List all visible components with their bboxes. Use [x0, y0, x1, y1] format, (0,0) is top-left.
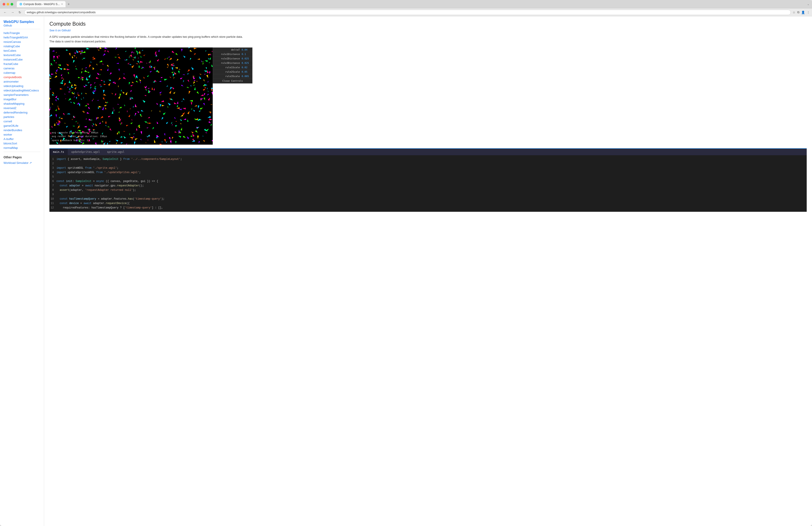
sidebar-item-resizeCanvas[interactable]: resizeCanvas: [3, 40, 40, 44]
code-line-5: 5: [49, 175, 807, 179]
control-value-rule3Scale[interactable]: 0.005: [242, 75, 250, 78]
control-row-rule2Distance: rule2Distance0.025: [213, 57, 252, 61]
sidebar-item-samplerParameters[interactable]: samplerParameters: [3, 93, 40, 97]
code-line-12: 12 requiredFeatures: hasTimestampQuery ?…: [49, 205, 807, 210]
spare-readback-stat: spare readback buffers: 2: [52, 139, 107, 142]
canvas-area: avg compute pass duration: 886µs avg ren…: [49, 47, 213, 145]
code-line-2: 2: [49, 161, 807, 166]
line-number: 10: [49, 197, 57, 201]
sidebar-nav: helloTrianglehelloTriangleMSAAresizeCanv…: [3, 31, 40, 150]
tab-title: Compute Boids - WebGPU S...: [24, 3, 60, 6]
control-label-rule3Scale: rule3Scale: [215, 75, 242, 78]
line-content: [57, 193, 807, 197]
sidebar-item-instancedCube[interactable]: instancedCube: [3, 57, 40, 61]
sidebar-item-computeBoids[interactable]: computeBoids: [3, 75, 40, 79]
sidebar-item-cubemap[interactable]: cubemap: [3, 71, 40, 75]
sidebar-item-A-buffer[interactable]: A-buffer: [3, 137, 40, 141]
line-content: const device = await adapter.requestDevi…: [57, 201, 807, 205]
compute-pass-stat: avg compute pass duration: 886µs: [52, 131, 107, 135]
render-pass-stat: avg render render pass duration: 190µs: [52, 134, 107, 139]
code-area: 1import { assert, makeSample, SampleInit…: [49, 155, 807, 212]
sidebar-item-videoUploading[interactable]: videoUploading: [3, 84, 40, 88]
sidebar-item-normalMap[interactable]: normalMap: [3, 146, 40, 150]
profile-icon[interactable]: 👤: [801, 11, 805, 14]
sidebar-item-rotatingCube[interactable]: rotatingCube: [3, 44, 40, 48]
github-link[interactable]: See it on Github!: [49, 29, 807, 32]
sidebar-item-fractalCube[interactable]: fractalCube: [3, 62, 40, 66]
sidebar-github-link[interactable]: Github: [3, 24, 40, 27]
line-content: const init: SampleInit = async ({ canvas…: [57, 179, 807, 183]
sidebar-item-cameras[interactable]: cameras: [3, 66, 40, 70]
line-number: 5: [49, 175, 57, 179]
sidebar-item-animometer[interactable]: animometer: [3, 80, 40, 84]
sidebar-item-deferredRendering[interactable]: deferredRendering: [3, 110, 40, 115]
sidebar-item-texturedCube[interactable]: texturedCube: [3, 53, 40, 57]
sidebar-item-twoCubes[interactable]: twoCubes: [3, 48, 40, 53]
code-tab-updateSprites-wgsl[interactable]: updateSprites.wgsl: [68, 148, 103, 155]
control-value-rule2Scale[interactable]: 0.05: [242, 70, 250, 73]
description: A GPU compute particle simulation that m…: [49, 35, 248, 44]
control-value-rule1Scale[interactable]: 0.02: [242, 66, 250, 69]
sidebar-item-particles[interactable]: particles: [3, 115, 40, 119]
other-page-item-Workload-Simulator-↗[interactable]: Workload Simulator ↗: [3, 161, 40, 165]
sidebar-item-reversedZ[interactable]: reversedZ: [3, 106, 40, 110]
extensions-icon[interactable]: ⧉: [797, 10, 799, 14]
code-line-7: 7 const adapter = await navigator.gpu.re…: [49, 184, 807, 188]
code-line-9: 9: [49, 192, 807, 197]
forward-button[interactable]: →: [10, 10, 15, 15]
sidebar-item-bitonicSort[interactable]: bitonicSort: [3, 141, 40, 145]
close-controls-button[interactable]: Close Controls: [213, 79, 252, 83]
control-label-rule2Scale: rule2Scale: [215, 70, 242, 73]
sidebar-title[interactable]: WebGPU Samples: [3, 20, 34, 24]
browser-titlebar: 🌐 Compute Boids - WebGPU S... ✕ + ⌄: [0, 0, 812, 9]
control-row-rule2Scale: rule2Scale0.05: [213, 70, 252, 74]
control-row-rule3Distance: rule3Distance0.025: [213, 61, 252, 65]
control-row-rule1Distance: rule1Distance0.1: [213, 52, 252, 57]
code-tabs: main.tsupdateSprites.wgslsprite.wgsl 1im…: [49, 148, 807, 212]
other-pages-nav: Workload Simulator ↗: [3, 161, 40, 165]
line-content: assert(adapter, 'requestAdapter returned…: [57, 188, 807, 192]
control-row-deltaT: deltaT0.04: [213, 48, 252, 52]
maximize-button[interactable]: [11, 3, 13, 5]
menu-icon[interactable]: ⋮: [807, 11, 810, 14]
tab-favicon: 🌐: [19, 3, 22, 5]
control-label-rule2Distance: rule2Distance: [215, 57, 242, 60]
main-area: Compute Boids See it on Github! A GPU co…: [44, 16, 812, 526]
bookmark-icon[interactable]: ☆: [793, 11, 795, 14]
sidebar-item-videoUploadingWebCodecs[interactable]: videoUploadingWebCodecs: [3, 88, 40, 93]
tab-bar: 🌐 Compute Boids - WebGPU S... ✕ +: [17, 1, 806, 7]
browser-toolbar: ← → ↻ webgpu.github.io/webgpu-samples/sa…: [0, 9, 812, 16]
back-button[interactable]: ←: [2, 10, 8, 15]
code-tab-main-ts[interactable]: main.ts: [49, 148, 68, 155]
sidebar-item-helloTriangle[interactable]: helloTriangle: [3, 31, 40, 35]
control-row-rule1Scale: rule1Scale0.02: [213, 65, 252, 70]
sidebar-item-worker[interactable]: worker: [3, 132, 40, 137]
boids-canvas: [49, 47, 213, 145]
minimize-button[interactable]: [6, 3, 9, 5]
line-number: 4: [49, 170, 57, 174]
address-bar[interactable]: webgpu.github.io/webgpu-samples/samples/…: [24, 10, 791, 15]
tab-close-icon[interactable]: ✕: [61, 3, 63, 5]
sidebar-item-cornell[interactable]: cornell: [3, 119, 40, 124]
control-value-deltaT[interactable]: 0.04: [242, 48, 250, 51]
control-value-rule1Distance[interactable]: 0.1: [242, 53, 250, 56]
browser-window: 🌐 Compute Boids - WebGPU S... ✕ + ⌄ ← → …: [0, 0, 812, 526]
canvas-stats: avg compute pass duration: 886µs avg ren…: [52, 131, 107, 142]
sidebar-item-renderBundles[interactable]: renderBundles: [3, 128, 40, 132]
other-pages-title: Other Pages: [3, 155, 40, 159]
control-value-rule3Distance[interactable]: 0.025: [242, 61, 250, 65]
line-content: import spriteWGSL from './sprite.wgsl';: [57, 166, 807, 170]
reload-button[interactable]: ↻: [17, 10, 23, 15]
control-value-rule2Distance[interactable]: 0.025: [242, 57, 250, 60]
active-tab[interactable]: 🌐 Compute Boids - WebGPU S... ✕: [17, 1, 66, 7]
line-content: const adapter = await navigator.gpu.requ…: [57, 184, 807, 188]
line-content: [57, 162, 807, 166]
sidebar-item-imageBlur[interactable]: imageBlur: [3, 97, 40, 101]
new-tab-button[interactable]: +: [67, 2, 71, 6]
sidebar-item-shadowMapping[interactable]: shadowMapping: [3, 102, 40, 106]
code-tab-sprite-wgsl[interactable]: sprite.wgsl: [103, 148, 128, 155]
toolbar-right: ☆ ⧉ 👤 ⋮: [793, 10, 810, 14]
sidebar-item-helloTriangleMSAA[interactable]: helloTriangleMSAA: [3, 35, 40, 40]
close-button[interactable]: [3, 3, 5, 5]
sidebar-item-gameOfLife[interactable]: gameOfLife: [3, 124, 40, 128]
